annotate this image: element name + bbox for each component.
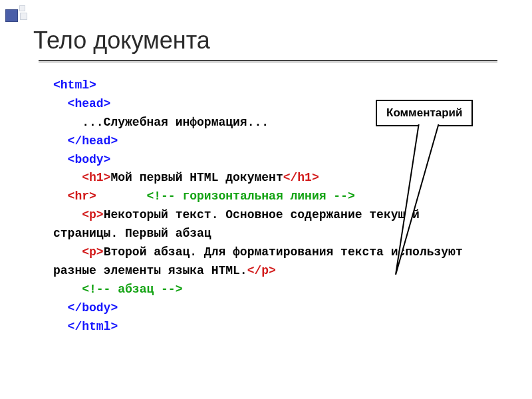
callout-label: Комментарий <box>386 106 462 119</box>
tag-p-close: </p> <box>247 264 276 277</box>
tag-p-open-1: <p> <box>82 208 103 221</box>
space <box>96 190 147 203</box>
tag-h1-close: </h1> <box>283 171 319 184</box>
tag-html-close: </html> <box>53 320 118 333</box>
paragraph-1-text: Некоторый текст. Основное содержание тек… <box>53 208 427 240</box>
logo-squares <box>5 5 29 29</box>
indent <box>53 190 68 203</box>
tag-body-open: <body> <box>53 153 110 166</box>
tag-h1-open: <h1> <box>82 171 110 184</box>
tag-head-open: <head> <box>53 97 110 110</box>
indent <box>53 208 82 221</box>
indent <box>53 283 82 296</box>
tag-head-close: </head> <box>53 134 118 148</box>
title-underline-shadow <box>39 61 497 63</box>
h1-text: Мой первый HTML документ <box>110 171 283 184</box>
indent <box>53 171 82 184</box>
head-content: ...Служебная информация... <box>82 116 269 129</box>
slide-title: Тело документа <box>33 27 210 55</box>
tag-html-open: <html> <box>53 78 96 92</box>
callout-box: Комментарий <box>376 100 473 126</box>
tag-hr: <hr> <box>68 190 96 203</box>
tag-p-open-2: <p> <box>82 245 103 259</box>
comment-hr: <!-- горизонтальная линия --> <box>146 190 354 203</box>
tag-body-close: </body> <box>53 301 118 315</box>
comment-abzac: <!-- абзац --> <box>82 283 182 296</box>
indent <box>53 245 82 259</box>
indent <box>53 116 82 129</box>
